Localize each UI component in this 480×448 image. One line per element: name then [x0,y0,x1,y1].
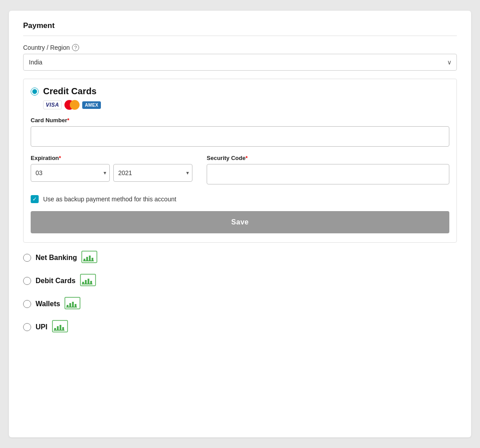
card-number-label: Card Number* [31,117,449,124]
credit-cards-label: Credit Cards [43,86,96,96]
expiration-label: Expiration* [31,155,192,161]
checkmark-icon: ✓ [32,196,37,202]
wallets-icon [64,297,80,311]
backup-checkbox-row: ✓ Use as backup payment method for this … [31,195,449,203]
backup-checkbox-label: Use as backup payment method for this ac… [43,196,176,203]
card-number-section: Card Number* [31,117,449,147]
expiry-required-star: * [59,155,61,161]
svg-rect-23 [54,330,64,331]
payment-card: Payment Country / Region ? India United … [9,11,471,437]
svg-rect-11 [82,284,92,284]
wallets-label: Wallets [36,300,60,308]
upi-icon [52,320,68,334]
card-icons: VISA AMEX [43,100,449,110]
backup-checkbox[interactable]: ✓ [31,195,39,203]
visa-icon: VISA [43,100,62,109]
required-star: * [67,117,69,124]
expiry-group: Expiration* 01 02 03 04 05 06 07 08 [31,155,192,184]
wallets-radio[interactable] [23,300,31,308]
net-banking-radio[interactable] [23,254,31,262]
amex-icon: AMEX [82,101,101,109]
svg-rect-5 [83,260,94,261]
debit-cards-section: Debit Cards [23,274,457,288]
expiry-security-row: Expiration* 01 02 03 04 05 06 07 08 [31,155,449,184]
svg-rect-17 [66,307,77,308]
net-banking-label: Net Banking [36,254,77,262]
credit-cards-section: Credit Cards VISA AMEX Card Number* Expi… [23,79,457,243]
credit-cards-option: Credit Cards [31,86,449,96]
net-banking-section: Net Banking [23,251,457,265]
debit-cards-label: Debit Cards [36,277,76,285]
debit-cards-icon [80,274,96,288]
country-region-label: Country / Region ? [23,44,457,51]
page-title: Payment [23,21,457,36]
wallets-section: Wallets [23,297,457,311]
upi-option: UPI [23,320,457,334]
upi-radio[interactable] [23,323,31,331]
security-code-group: Security Code* [207,155,449,184]
debit-cards-option: Debit Cards [23,274,457,288]
expiry-selects: 01 02 03 04 05 06 07 08 09 10 11 12 [31,164,192,182]
security-code-label: Security Code* [207,155,449,161]
month-select-wrapper: 01 02 03 04 05 06 07 08 09 10 11 12 [31,164,110,182]
net-banking-icon [81,251,97,265]
net-banking-option: Net Banking [23,251,457,265]
credit-cards-radio[interactable] [31,88,39,96]
security-code-input[interactable] [207,164,449,184]
expiry-month-select[interactable]: 01 02 03 04 05 06 07 08 09 10 11 12 [31,164,110,182]
mastercard-icon [64,100,80,110]
security-required-star: * [245,155,248,161]
card-number-input[interactable] [31,126,449,147]
debit-cards-radio[interactable] [23,277,31,285]
country-region-select-wrapper: India United States United Kingdom Austr… [23,54,457,71]
wallets-option: Wallets [23,297,457,311]
expiry-year-select[interactable]: 2021 2022 2023 2024 2025 2026 2027 [113,164,192,182]
save-button[interactable]: Save [31,211,449,233]
help-icon[interactable]: ? [72,44,79,51]
year-select-wrapper: 2021 2022 2023 2024 2025 2026 2027 [113,164,192,182]
country-region-select[interactable]: India United States United Kingdom Austr… [23,54,457,71]
upi-label: UPI [36,323,48,331]
upi-section: UPI [23,320,457,334]
